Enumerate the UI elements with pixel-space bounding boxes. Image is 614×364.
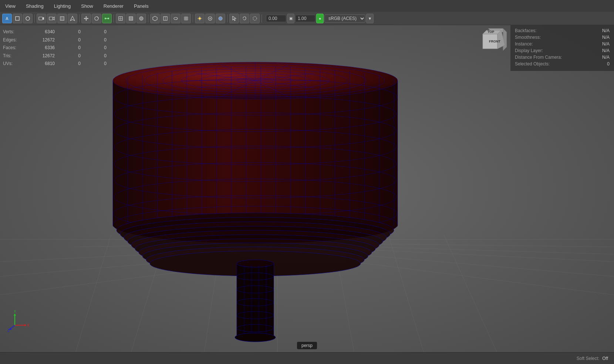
box-shape-button[interactable] <box>13 14 22 23</box>
info-value: 0 <box>607 61 610 67</box>
info-value: N/A <box>602 41 610 47</box>
menu-shading[interactable]: Shading <box>24 3 46 10</box>
stat-v1: 6340 <box>33 28 58 36</box>
stat-v1: 12672 <box>33 52 58 60</box>
sep5 <box>193 14 193 23</box>
svg-marker-25 <box>153 16 157 21</box>
svg-point-24 <box>139 17 143 20</box>
circle-shape-button[interactable] <box>23 14 33 23</box>
svg-rect-120 <box>237 263 274 337</box>
scene-svg <box>0 25 614 352</box>
sep7 <box>262 14 262 23</box>
stat-label: Faces: <box>3 44 33 52</box>
svg-marker-5 <box>53 17 54 20</box>
svg-text:TOP: TOP <box>488 30 494 34</box>
stat-v3: 0 <box>84 60 110 68</box>
svg-point-35 <box>199 17 201 20</box>
camera2-button[interactable] <box>47 14 57 23</box>
menu-show[interactable]: Show <box>79 3 95 10</box>
scale-button[interactable] <box>102 14 112 23</box>
stat-v1: 6336 <box>33 44 58 52</box>
stat-v1: 6810 <box>33 60 58 68</box>
svg-point-121 <box>237 260 274 267</box>
info-row: Distance From Camera:N/A <box>515 55 610 60</box>
colorspace-dropdown[interactable]: sRGB (ACES) <box>324 14 365 23</box>
axis-indicator: X Y Z <box>7 310 30 334</box>
colorspace-arrow[interactable]: ▼ <box>366 14 374 23</box>
sep1 <box>34 14 35 23</box>
exposure-toggle[interactable]: ▣ <box>287 14 294 23</box>
svg-marker-145 <box>14 313 16 316</box>
exposure-input[interactable] <box>266 15 286 22</box>
colorspace-toggle[interactable]: ● <box>316 14 324 23</box>
toolbar: A <box>0 12 614 25</box>
svg-rect-23 <box>129 17 133 20</box>
svg-point-41 <box>209 18 211 19</box>
svg-rect-4 <box>49 17 53 20</box>
info-label: Distance From Camera: <box>515 55 562 60</box>
info-panel: Backfaces:N/ASmoothness:N/AInstance:N/AD… <box>510 25 614 71</box>
rotate-button[interactable] <box>92 14 101 23</box>
menu-lighting[interactable]: Lighting <box>52 3 73 10</box>
svg-point-1 <box>26 17 30 20</box>
persp-view-button[interactable] <box>150 14 160 23</box>
top-view-button[interactable] <box>171 14 181 23</box>
svg-marker-9 <box>70 16 75 21</box>
camera-button[interactable] <box>37 14 46 23</box>
stat-v1: 12672 <box>33 36 58 44</box>
svg-point-28 <box>174 17 178 20</box>
menu-renderer[interactable]: Renderer <box>101 3 126 10</box>
svg-text:X: X <box>27 323 30 327</box>
info-label: Smoothness: <box>515 35 541 40</box>
stat-v3: 0 <box>84 28 110 36</box>
info-row: Smoothness:N/A <box>515 35 610 40</box>
sphere-light-button[interactable] <box>205 14 215 23</box>
svg-text:Z: Z <box>7 329 10 333</box>
stat-v2: 0 <box>58 36 84 44</box>
viewport[interactable]: Verts:634000Edges:1267200Faces:633600Tri… <box>0 25 614 352</box>
sep2 <box>79 14 80 23</box>
stat-v3: 0 <box>84 44 110 52</box>
light-button[interactable] <box>195 14 205 23</box>
wireframe-button[interactable] <box>116 14 125 23</box>
info-value: N/A <box>602 35 610 40</box>
info-row: Selected Objects:0 <box>515 61 610 67</box>
soft-select-value: Off <box>602 356 608 361</box>
gamma-input[interactable] <box>295 15 316 22</box>
svg-point-42 <box>219 17 222 20</box>
arrow-button[interactable] <box>68 14 77 23</box>
grid-button[interactable] <box>181 14 191 23</box>
viewcube[interactable]: FRONT TOP <box>481 27 507 52</box>
menu-panels[interactable]: Panels <box>132 3 151 10</box>
svg-text:Y: Y <box>14 310 16 313</box>
svg-marker-14 <box>84 18 85 19</box>
move-button[interactable] <box>81 14 91 23</box>
svg-point-43 <box>253 17 257 20</box>
stat-row: Tris:1267200 <box>3 52 110 60</box>
info-label: Instance: <box>515 41 533 47</box>
stat-v2: 0 <box>58 28 84 36</box>
stat-label: Verts: <box>3 28 33 36</box>
info-value: N/A <box>602 48 610 53</box>
soft-select-label: Soft Select: <box>577 356 599 361</box>
stat-row: Edges:1267200 <box>3 36 110 44</box>
select-button[interactable] <box>229 14 239 23</box>
mode-a-button[interactable]: A <box>2 14 12 23</box>
paint-select-button[interactable] <box>250 14 260 23</box>
svg-rect-19 <box>108 18 109 19</box>
sep3 <box>114 14 114 23</box>
svg-rect-18 <box>105 18 106 19</box>
display-mode-button[interactable] <box>126 14 136 23</box>
lasso-button[interactable] <box>240 14 249 23</box>
stat-row: UVs:681000 <box>3 60 110 68</box>
menu-view[interactable]: View <box>3 3 18 10</box>
persp-label: persp <box>297 342 317 349</box>
frame-button[interactable] <box>57 14 67 23</box>
svg-rect-0 <box>16 17 19 20</box>
front-view-button[interactable] <box>161 14 170 23</box>
smooth-button[interactable] <box>136 14 146 23</box>
stats-panel: Verts:634000Edges:1267200Faces:633600Tri… <box>3 28 110 68</box>
render-button[interactable] <box>216 14 225 23</box>
info-row: Backfaces:N/A <box>515 28 610 33</box>
svg-marker-15 <box>87 18 88 19</box>
